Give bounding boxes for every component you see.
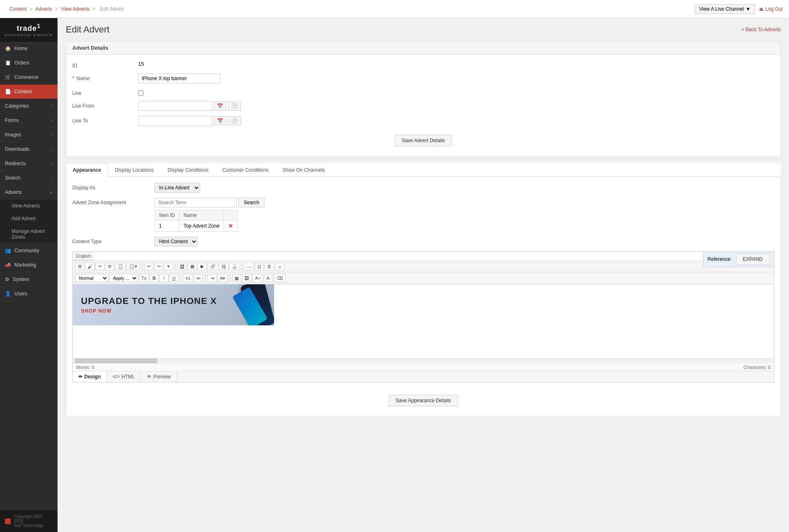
breadcrumb-adverts[interactable]: Adverts: [35, 6, 52, 12]
live-to-input[interactable]: [138, 116, 212, 126]
sidebar-sub-view-adverts[interactable]: View Adverts: [0, 200, 58, 212]
rte-preview-tab[interactable]: 👁 Preview: [141, 371, 177, 382]
rte-insert-image[interactable]: 🖼: [178, 263, 187, 270]
rte-indent[interactable]: ⇥: [208, 274, 217, 282]
banner-subtitle: SHOP NOW: [81, 308, 217, 314]
design-tab-label: Design: [84, 374, 101, 380]
rte-insert-table[interactable]: ▦: [188, 263, 197, 270]
live-from-group: 📅 🕐: [138, 101, 241, 111]
rte-redo-dropdown[interactable]: ▾: [164, 263, 173, 270]
rte-select-all[interactable]: ⊞: [75, 263, 84, 270]
live-to-label: Live To: [72, 116, 138, 124]
rte-scrollbar-h[interactable]: [73, 358, 774, 363]
rte-font-inc[interactable]: A+: [252, 274, 263, 282]
rte-clear-style[interactable]: Tx: [139, 274, 149, 282]
rte-text-color[interactable]: A▾: [217, 274, 228, 282]
sidebar-item-images[interactable]: Images ›: [0, 128, 58, 142]
tab-appearance[interactable]: Appearance: [66, 163, 108, 177]
rte-image2[interactable]: 🖼: [242, 274, 251, 282]
sidebar-label-users: Users: [14, 291, 27, 297]
logout-button[interactable]: ⏏ Log Out: [759, 6, 783, 12]
main-content: Edit Advert < Back To Adverts Advert Det…: [58, 18, 789, 532]
sidebar-item-redirects[interactable]: Redirects ›: [0, 157, 58, 171]
rte-anchor[interactable]: ⚓: [229, 263, 240, 270]
channel-button-label: View A Live Channel: [699, 6, 744, 12]
tab-customer-conditions[interactable]: Customer Conditions: [215, 163, 275, 177]
tab-display-locations[interactable]: Display Locations: [108, 163, 161, 177]
rte-insert-emoticon[interactable]: ☺: [275, 263, 284, 270]
live-from-input[interactable]: [138, 101, 212, 111]
zone-remove-button[interactable]: ✕: [228, 223, 233, 229]
rte-scroll-area[interactable]: UPGRADE TO THE IPHONE X SHOP NOW: [73, 284, 774, 358]
orders-icon: 📋: [5, 60, 11, 66]
sidebar-sub-add-advert[interactable]: Add Advert: [0, 212, 58, 225]
live-from-calendar-btn[interactable]: 📅: [214, 101, 226, 111]
tab-display-conditions[interactable]: Display Conditions: [161, 163, 215, 177]
sidebar-item-users[interactable]: 👤Users: [0, 287, 58, 301]
sidebar-item-system[interactable]: ⚙System: [0, 272, 58, 287]
live-to-clock-btn[interactable]: 🕐: [228, 116, 241, 125]
sidebar-item-home[interactable]: 🏠Home: [0, 41, 58, 56]
content-type-select[interactable]: Html Content Plain Text Image: [155, 237, 198, 246]
rte-insert-media[interactable]: ▶: [198, 263, 207, 270]
rte-insert-special[interactable]: Ω: [255, 263, 264, 270]
sidebar-item-community[interactable]: 👥Community: [0, 244, 58, 258]
breadcrumb-view-adverts[interactable]: View Adverts: [61, 6, 89, 12]
sidebar-item-content[interactable]: 📄Content: [0, 85, 58, 99]
rte-bold[interactable]: B: [150, 274, 159, 282]
topbar: Content > Adverts > View Adverts > Edit …: [0, 0, 789, 18]
sidebar-item-search[interactable]: Search ›: [0, 171, 58, 185]
calendar-icon2: 📅: [217, 118, 223, 124]
rte-apply-select[interactable]: Apply ...: [109, 274, 138, 282]
sidebar-item-orders[interactable]: 📋Orders: [0, 56, 58, 70]
rte-content-area[interactable]: UPGRADE TO THE IPHONE X SHOP NOW: [73, 284, 774, 358]
sidebar-item-commerce[interactable]: 🛒Commerce: [0, 70, 58, 85]
sidebar-item-categories[interactable]: Categories ›: [0, 99, 58, 113]
rte-format-select[interactable]: Normal Heading 1 Heading 2: [75, 274, 108, 282]
rte-design-tab[interactable]: ✏ Design: [73, 371, 107, 382]
rte-paste[interactable]: 📋: [115, 263, 126, 270]
sidebar-sub-manage-zones[interactable]: Manage Advert Zones: [0, 225, 58, 244]
reference-label: Reference:: [708, 256, 732, 262]
rte-ol[interactable]: ≡1: [183, 274, 193, 282]
sidebar-item-adverts[interactable]: Adverts ∨: [0, 185, 58, 200]
rte-insert-hr[interactable]: —: [245, 263, 254, 270]
rte-scrollbar-thumb[interactable]: [75, 359, 157, 363]
save-appearance-button[interactable]: Save Appearance Details: [389, 395, 458, 406]
rte-italic[interactable]: I: [159, 274, 168, 282]
advert-details-card: Advert Details ID 15 * Name Live: [66, 41, 781, 157]
sidebar-item-marketing[interactable]: 📣Marketing: [0, 258, 58, 272]
save-advert-button[interactable]: Save Advert Details: [395, 135, 452, 146]
rte-underline[interactable]: U: [169, 274, 178, 282]
rte-copy-format[interactable]: 🖌: [85, 263, 95, 270]
rte-cut[interactable]: ✂: [95, 263, 104, 270]
expand-button[interactable]: EXPAND: [736, 253, 770, 265]
zone-search-input[interactable]: [155, 198, 237, 207]
back-to-adverts-link[interactable]: < Back To Adverts: [741, 27, 781, 32]
view-channel-button[interactable]: View A Live Channel ▼: [694, 4, 755, 14]
rte-font-dec[interactable]: A-: [264, 274, 273, 282]
sidebar-item-downloads[interactable]: Downloads ›: [0, 142, 58, 157]
zone-search-button[interactable]: Search: [238, 198, 265, 207]
rte-ul[interactable]: ≡•: [194, 274, 203, 282]
rte-clear-format[interactable]: ⌫: [274, 274, 286, 282]
rte-insert-link[interactable]: 🔗: [208, 263, 218, 270]
rte-paste-options[interactable]: 📋▾: [127, 263, 140, 270]
live-checkbox[interactable]: [138, 90, 143, 96]
display-as-select[interactable]: In-Line Advert Popup Advert Banner Adver…: [155, 183, 200, 193]
rte-table2[interactable]: ▦: [232, 274, 241, 282]
live-from-clock-btn[interactable]: 🕐: [228, 101, 241, 111]
live-to-calendar-btn[interactable]: 📅: [214, 116, 226, 125]
zone-col-item-id: Item ID: [155, 210, 180, 221]
rte-lang-tab[interactable]: English: [73, 252, 94, 260]
rte-remove-link[interactable]: ⛓: [219, 263, 228, 270]
breadcrumb-content[interactable]: Content: [9, 6, 27, 12]
rte-html-tab[interactable]: </> HTML: [107, 371, 141, 382]
name-input[interactable]: [138, 74, 220, 83]
rte-copy[interactable]: ⧉: [105, 263, 114, 270]
rte-insert-date[interactable]: 🗓: [265, 263, 274, 270]
rte-redo[interactable]: ↪: [154, 263, 163, 270]
tab-show-on-channels[interactable]: Show On Channels: [275, 163, 332, 177]
rte-undo[interactable]: ↩: [144, 263, 153, 270]
sidebar-item-forms[interactable]: Forms ›: [0, 113, 58, 128]
